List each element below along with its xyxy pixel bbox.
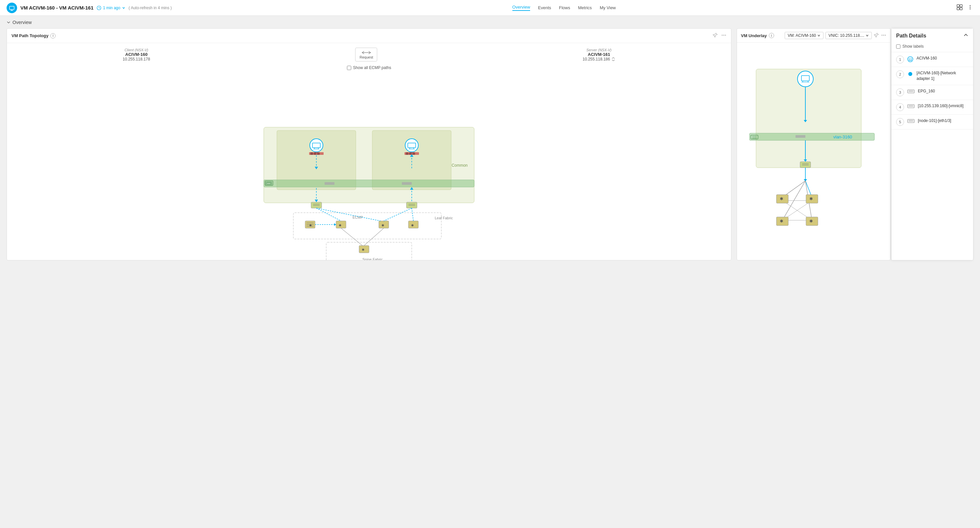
- underlay-svg: vlan-3160: [737, 43, 890, 247]
- arrows-icon: [361, 50, 371, 55]
- svg-rect-92: [749, 133, 875, 140]
- overview-toggle[interactable]: Overview: [6, 20, 974, 25]
- nav-metrics[interactable]: Metrics: [578, 5, 592, 10]
- app-logo: [6, 3, 17, 13]
- svg-rect-97: [795, 135, 805, 138]
- vm-labels-row: Client (NSX-V) ACIVM-160 10.255.118.178 …: [10, 46, 728, 63]
- svg-text:✱: ✱: [362, 248, 364, 251]
- path-num-1: 1: [896, 56, 904, 64]
- svg-line-70: [384, 208, 412, 221]
- vnic-select[interactable]: VNIC: 10.255.118....: [826, 32, 872, 39]
- svg-point-82: [882, 35, 883, 35]
- topology-title-group: VM Path Topology i: [11, 33, 56, 38]
- path-num-2: 2: [896, 70, 904, 78]
- svg-point-84: [885, 35, 886, 35]
- chevron-up-icon: [963, 33, 969, 38]
- path-details-header: Path Details: [891, 29, 973, 43]
- underlay-title: VM Underlay: [741, 33, 767, 38]
- underlay-controls: VM: ACIVM-160 VNIC: 10.255.118....: [785, 32, 886, 39]
- collapse-button[interactable]: [963, 33, 969, 39]
- grid-icon[interactable]: [956, 4, 963, 11]
- more-icon[interactable]: [967, 4, 974, 11]
- common-region-label: Common: [452, 163, 468, 168]
- svg-point-86: [797, 71, 813, 87]
- path-item-2[interactable]: 2 [ACIVM-160]-[Network adapter 1]: [891, 67, 973, 85]
- vm-select[interactable]: VM: ACIVM-160: [785, 32, 824, 39]
- vm-path-icon-1: [907, 56, 913, 63]
- path-num-3: 3: [896, 88, 904, 96]
- nav-overview[interactable]: Overview: [512, 5, 530, 11]
- request-label: Request: [360, 55, 373, 59]
- server-name: ACIVM-161: [583, 52, 615, 57]
- svg-rect-126: [908, 90, 914, 93]
- svg-rect-121: [909, 58, 912, 60]
- vm-select-label: VM: ACIVM-160: [788, 33, 816, 38]
- client-ip: 10.255.118.178: [123, 57, 150, 62]
- svg-text:Spine Fabric: Spine Fabric: [363, 258, 383, 260]
- app-header: VM ACIVM-160 - VM ACIVM-161 1 min ago ( …: [0, 0, 980, 16]
- topology-svg: Common: [10, 72, 728, 256]
- vnic-select-label: VNIC: 10.255.118....: [828, 33, 864, 38]
- underlay-more-icon[interactable]: [881, 33, 886, 39]
- switch-path-icon-5: [907, 119, 915, 124]
- more-horiz-icon[interactable]: [721, 33, 727, 39]
- path-item-3[interactable]: 3 EPG_160: [891, 85, 973, 100]
- ecmp-checkbox[interactable]: [347, 66, 351, 70]
- server-ip: 10.255.118.186: [583, 57, 610, 62]
- svg-rect-31: [310, 152, 313, 155]
- pin-icon[interactable]: [713, 33, 718, 39]
- auto-refresh-label: ( Auto-refresh in 4 mins ): [129, 6, 172, 10]
- show-labels-text: Show labels: [902, 44, 924, 49]
- svg-point-12: [970, 8, 971, 10]
- underlay-title-group: VM Underlay i: [741, 33, 774, 38]
- svg-rect-24: [402, 182, 412, 185]
- svg-rect-47: [311, 202, 321, 208]
- stepper-icon[interactable]: [611, 57, 615, 62]
- underlay-info-icon[interactable]: i: [769, 33, 774, 38]
- chevron-down-icon: [122, 6, 125, 10]
- topology-panel-icons: [713, 33, 727, 39]
- overview-section: Overview: [0, 16, 980, 25]
- nav-flows[interactable]: Flows: [559, 5, 570, 10]
- path-label-2: [ACIVM-160]-[Network adapter 1]: [916, 70, 969, 81]
- path-item-5[interactable]: 5 [node-101]-[eth1/3]: [891, 115, 973, 130]
- page-title: VM ACIVM-160 - VM ACIVM-161: [21, 5, 93, 11]
- svg-rect-33: [317, 152, 320, 155]
- topology-panel-header: VM Path Topology i: [7, 29, 731, 43]
- time-indicator[interactable]: 1 min ago: [97, 6, 125, 10]
- underlay-panel: VM Underlay i VM: ACIVM-160 VNIC: 10.255…: [737, 28, 891, 260]
- clock-icon: [97, 6, 101, 10]
- svg-text:✱: ✱: [411, 224, 414, 227]
- vm-chevron-icon: [817, 34, 821, 37]
- topology-info-icon[interactable]: i: [50, 33, 56, 38]
- header-left: VM ACIVM-160 - VM ACIVM-161 1 min ago ( …: [6, 3, 172, 13]
- svg-text:✱: ✱: [339, 224, 341, 227]
- svg-text:Leaf Fabric: Leaf Fabric: [435, 216, 453, 220]
- svg-text:✱: ✱: [809, 196, 813, 201]
- path-item-1[interactable]: 1 ACIVM-160: [891, 52, 973, 67]
- svg-point-10: [970, 5, 971, 6]
- switch-path-icon-4: [907, 104, 915, 110]
- path-label-4: [10.255.139.160]-[vmnic8]: [918, 103, 964, 109]
- underlay-pin-icon[interactable]: [874, 33, 879, 39]
- request-button[interactable]: Request: [355, 48, 377, 62]
- path-num-5: 5: [896, 118, 904, 126]
- vnic-chevron-icon: [865, 34, 869, 37]
- client-role: Client (NSX-V): [123, 48, 150, 52]
- main-content: VM Path Topology i: [0, 28, 980, 267]
- svg-line-71: [412, 208, 414, 221]
- nav-events[interactable]: Events: [538, 5, 551, 10]
- path-item-4[interactable]: 4 [10.255.139.160]-[vmnic8]: [891, 100, 973, 115]
- ecmp-checkbox-row: Show all ECMP paths: [10, 64, 728, 72]
- svg-rect-23: [325, 182, 334, 185]
- path-details-panel: Path Details Show labels 1: [891, 28, 974, 260]
- client-name: ACIVM-160: [123, 52, 150, 57]
- underlay-body: vlan-3160: [737, 43, 890, 247]
- header-actions: [956, 4, 974, 11]
- svg-rect-40: [406, 152, 409, 155]
- svg-point-34: [405, 139, 418, 152]
- nav-myview[interactable]: My View: [600, 5, 616, 10]
- svg-point-11: [970, 7, 971, 8]
- show-labels-checkbox[interactable]: [896, 45, 900, 49]
- client-label: Client (NSX-V) ACIVM-160 10.255.118.178: [123, 48, 150, 62]
